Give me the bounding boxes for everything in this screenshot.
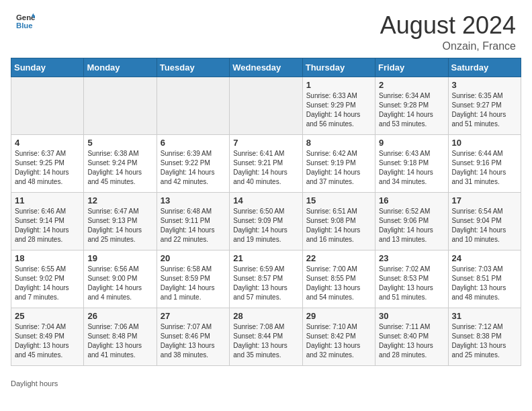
weekday-header-sunday: Sunday (11, 58, 84, 77)
day-info: Sunrise: 7:12 AMSunset: 8:38 PMDaylight:… (452, 322, 517, 360)
calendar-cell: 19Sunrise: 6:56 AMSunset: 9:00 PMDayligh… (84, 250, 157, 308)
calendar-cell: 12Sunrise: 6:47 AMSunset: 9:13 PMDayligh… (84, 192, 157, 250)
day-info: Sunrise: 6:51 AMSunset: 9:08 PMDaylight:… (306, 207, 371, 244)
day-info: Sunrise: 6:34 AMSunset: 9:28 PMDaylight:… (379, 91, 444, 129)
weekday-header-row: SundayMondayTuesdayWednesdayThursdayFrid… (11, 58, 521, 77)
day-number: 26 (87, 311, 152, 321)
day-number: 8 (306, 138, 371, 148)
calendar-cell: 22Sunrise: 7:00 AMSunset: 8:55 PMDayligh… (302, 250, 375, 308)
weekday-header-saturday: Saturday (448, 58, 521, 77)
day-info: Sunrise: 6:46 AMSunset: 9:14 PMDaylight:… (15, 207, 80, 244)
day-number: 27 (161, 311, 226, 321)
calendar-cell: 16Sunrise: 6:52 AMSunset: 9:06 PMDayligh… (375, 192, 448, 250)
day-info: Sunrise: 6:43 AMSunset: 9:18 PMDaylight:… (379, 149, 444, 187)
calendar-cell: 17Sunrise: 6:54 AMSunset: 9:04 PMDayligh… (448, 192, 521, 250)
day-number: 5 (87, 138, 152, 148)
weekday-header-monday: Monday (84, 58, 157, 77)
day-info: Sunrise: 6:44 AMSunset: 9:16 PMDaylight:… (452, 149, 517, 187)
weekday-header-thursday: Thursday (302, 58, 375, 77)
day-number: 1 (306, 80, 371, 90)
day-number: 30 (379, 311, 444, 321)
day-number: 4 (15, 138, 80, 148)
svg-text:General: General (16, 13, 35, 21)
day-number: 17 (452, 195, 517, 205)
weekday-header-wednesday: Wednesday (230, 58, 302, 77)
calendar-cell: 1Sunrise: 6:33 AMSunset: 9:29 PMDaylight… (302, 77, 375, 134)
calendar-cell: 3Sunrise: 6:35 AMSunset: 9:27 PMDaylight… (448, 77, 521, 134)
calendar-cell (230, 77, 302, 134)
calendar-cell: 18Sunrise: 6:55 AMSunset: 9:02 PMDayligh… (11, 250, 84, 308)
day-info: Sunrise: 7:03 AMSunset: 8:51 PMDaylight:… (452, 265, 517, 302)
day-info: Sunrise: 7:00 AMSunset: 8:55 PMDaylight:… (306, 265, 371, 302)
calendar-cell: 25Sunrise: 7:04 AMSunset: 8:49 PMDayligh… (11, 308, 84, 365)
day-info: Sunrise: 6:50 AMSunset: 9:09 PMDaylight:… (233, 207, 298, 244)
day-number: 11 (15, 195, 80, 205)
week-row-4: 18Sunrise: 6:55 AMSunset: 9:02 PMDayligh… (11, 250, 521, 308)
logo: General Blue (16, 12, 35, 31)
calendar-cell: 6Sunrise: 6:39 AMSunset: 9:22 PMDaylight… (157, 134, 229, 192)
day-number: 3 (452, 80, 517, 90)
day-info: Sunrise: 6:35 AMSunset: 9:27 PMDaylight:… (452, 91, 517, 129)
weekday-header-tuesday: Tuesday (157, 58, 229, 77)
calendar-cell: 27Sunrise: 7:07 AMSunset: 8:46 PMDayligh… (157, 308, 229, 365)
footer: Daylight hours (0, 377, 532, 393)
calendar-cell: 8Sunrise: 6:42 AMSunset: 9:19 PMDaylight… (302, 134, 375, 192)
week-row-5: 25Sunrise: 7:04 AMSunset: 8:49 PMDayligh… (11, 308, 521, 365)
day-number: 13 (161, 195, 226, 205)
day-info: Sunrise: 6:52 AMSunset: 9:06 PMDaylight:… (379, 207, 444, 244)
day-number: 29 (306, 311, 371, 321)
calendar-cell: 4Sunrise: 6:37 AMSunset: 9:25 PMDaylight… (11, 134, 84, 192)
main-title: August 2024 (380, 12, 516, 39)
calendar-cell: 5Sunrise: 6:38 AMSunset: 9:24 PMDaylight… (84, 134, 157, 192)
day-info: Sunrise: 7:06 AMSunset: 8:48 PMDaylight:… (87, 322, 152, 360)
day-info: Sunrise: 6:58 AMSunset: 8:59 PMDaylight:… (161, 265, 226, 302)
calendar-cell: 2Sunrise: 6:34 AMSunset: 9:28 PMDaylight… (375, 77, 448, 134)
day-info: Sunrise: 6:54 AMSunset: 9:04 PMDaylight:… (452, 207, 517, 244)
calendar-cell: 11Sunrise: 6:46 AMSunset: 9:14 PMDayligh… (11, 192, 84, 250)
day-number: 18 (15, 253, 80, 263)
calendar-cell: 7Sunrise: 6:41 AMSunset: 9:21 PMDaylight… (230, 134, 302, 192)
day-number: 31 (452, 311, 517, 321)
day-number: 20 (161, 253, 226, 263)
day-number: 14 (233, 195, 298, 205)
calendar-cell: 23Sunrise: 7:02 AMSunset: 8:53 PMDayligh… (375, 250, 448, 308)
day-info: Sunrise: 7:11 AMSunset: 8:40 PMDaylight:… (379, 322, 444, 360)
day-info: Sunrise: 6:33 AMSunset: 9:29 PMDaylight:… (306, 91, 371, 129)
subtitle: Onzain, France (380, 40, 516, 52)
day-info: Sunrise: 7:02 AMSunset: 8:53 PMDaylight:… (379, 265, 444, 302)
calendar-cell: 31Sunrise: 7:12 AMSunset: 8:38 PMDayligh… (448, 308, 521, 365)
day-info: Sunrise: 6:39 AMSunset: 9:22 PMDaylight:… (161, 149, 226, 187)
day-number: 19 (87, 253, 152, 263)
calendar-cell: 10Sunrise: 6:44 AMSunset: 9:16 PMDayligh… (448, 134, 521, 192)
day-number: 6 (161, 138, 226, 148)
calendar-cell: 26Sunrise: 7:06 AMSunset: 8:48 PMDayligh… (84, 308, 157, 365)
calendar-cell: 24Sunrise: 7:03 AMSunset: 8:51 PMDayligh… (448, 250, 521, 308)
logo-icon: General Blue (16, 12, 35, 31)
title-block: August 2024 Onzain, France (380, 12, 516, 52)
day-number: 24 (452, 253, 517, 263)
week-row-3: 11Sunrise: 6:46 AMSunset: 9:14 PMDayligh… (11, 192, 521, 250)
calendar-cell (157, 77, 229, 134)
day-info: Sunrise: 6:38 AMSunset: 9:24 PMDaylight:… (87, 149, 152, 187)
day-info: Sunrise: 6:41 AMSunset: 9:21 PMDaylight:… (233, 149, 298, 187)
day-info: Sunrise: 7:04 AMSunset: 8:49 PMDaylight:… (15, 322, 80, 360)
day-number: 25 (15, 311, 80, 321)
weekday-header-friday: Friday (375, 58, 448, 77)
day-number: 2 (379, 80, 444, 90)
week-row-2: 4Sunrise: 6:37 AMSunset: 9:25 PMDaylight… (11, 134, 521, 192)
week-row-1: 1Sunrise: 6:33 AMSunset: 9:29 PMDaylight… (11, 77, 521, 134)
day-info: Sunrise: 6:47 AMSunset: 9:13 PMDaylight:… (87, 207, 152, 244)
calendar-cell: 30Sunrise: 7:11 AMSunset: 8:40 PMDayligh… (375, 308, 448, 365)
day-number: 9 (379, 138, 444, 148)
calendar-cell: 15Sunrise: 6:51 AMSunset: 9:08 PMDayligh… (302, 192, 375, 250)
calendar-cell: 14Sunrise: 6:50 AMSunset: 9:09 PMDayligh… (230, 192, 302, 250)
day-number: 7 (233, 138, 298, 148)
day-info: Sunrise: 6:56 AMSunset: 9:00 PMDaylight:… (87, 265, 152, 302)
day-number: 28 (233, 311, 298, 321)
calendar-table: SundayMondayTuesdayWednesdayThursdayFrid… (11, 58, 521, 366)
day-info: Sunrise: 6:59 AMSunset: 8:57 PMDaylight:… (233, 265, 298, 302)
day-number: 15 (306, 195, 371, 205)
day-number: 22 (306, 253, 371, 263)
calendar-cell: 21Sunrise: 6:59 AMSunset: 8:57 PMDayligh… (230, 250, 302, 308)
day-number: 16 (379, 195, 444, 205)
